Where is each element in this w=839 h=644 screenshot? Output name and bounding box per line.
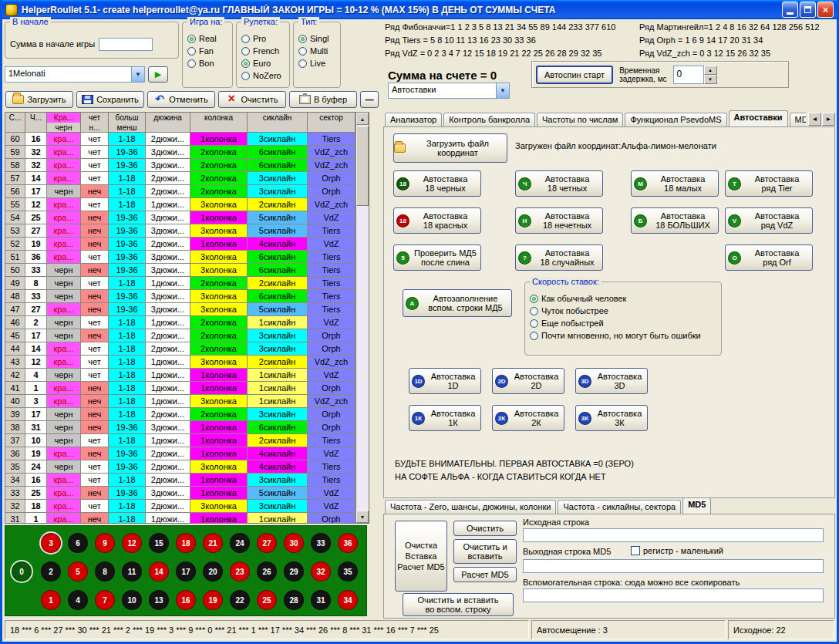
- board-number-26[interactable]: 26: [257, 561, 277, 582]
- tab-scroll-left-button[interactable]: ◄: [808, 113, 821, 126]
- board-number-11[interactable]: 11: [122, 561, 142, 582]
- autobet-1d-button[interactable]: 1DАвтоставка 1D: [409, 368, 481, 394]
- spinner-down-icon[interactable]: ▼: [704, 75, 717, 84]
- board-number-9[interactable]: 9: [95, 533, 115, 553]
- board-number-27[interactable]: 27: [257, 533, 277, 553]
- board-number-35[interactable]: 35: [338, 561, 358, 582]
- board-number-19[interactable]: 19: [203, 590, 223, 610]
- lowercase-checkbox[interactable]: регистр - маленький: [631, 546, 723, 555]
- autobet-18-black-button[interactable]: 18Автоставка 18 черных: [393, 170, 481, 197]
- board-number-17[interactable]: 17: [176, 561, 196, 582]
- minimize-button[interactable]: [782, 2, 798, 18]
- board-number-24[interactable]: 24: [230, 533, 250, 553]
- autobet-18-low-button[interactable]: МАвтоставка 18 малых: [631, 170, 719, 197]
- board-number-4[interactable]: 4: [68, 590, 88, 610]
- roulette-type-group-option-2[interactable]: Euro: [241, 57, 285, 69]
- autobet-3d-button[interactable]: 3DАвтоставка 3D: [575, 368, 648, 394]
- autobet-1k-button[interactable]: 1КАвтоставка 1К: [409, 405, 481, 431]
- board-number-33[interactable]: 33: [311, 533, 331, 553]
- board-number-15[interactable]: 15: [149, 533, 169, 553]
- scrollbar-thumb[interactable]: [356, 126, 369, 206]
- board-number-13[interactable]: 13: [149, 590, 169, 610]
- main-tab-3[interactable]: Функционал PsevdoMS: [625, 113, 726, 126]
- tab-scroll-right-button[interactable]: ►: [822, 113, 835, 126]
- autobet-row-tier-button[interactable]: ТАвтоставка ряд Tier: [725, 170, 813, 197]
- buffer-button[interactable]: В буфер: [289, 91, 357, 108]
- game-mode-group-option-1[interactable]: Fan: [187, 45, 227, 57]
- board-number-34[interactable]: 34: [338, 590, 358, 610]
- autofill-md5-button[interactable]: А Автозаполнение вспом. строки МД5: [403, 289, 512, 317]
- session-type-group-option-2[interactable]: Live: [298, 57, 335, 69]
- board-number-31[interactable]: 31: [311, 590, 331, 610]
- md5-clear-insert-helper-button[interactable]: Очистить и вставить во вспом. строку: [403, 593, 514, 616]
- game-mode-group-option-0[interactable]: Real: [187, 32, 227, 45]
- md5-calc-button[interactable]: Расчет MD5: [453, 567, 517, 582]
- board-number-23[interactable]: 23: [230, 561, 250, 582]
- board-number-22[interactable]: 22: [230, 590, 250, 610]
- board-number-5[interactable]: 5: [68, 561, 88, 582]
- check-md5-after-spin-button[interactable]: 5Проверить МД5 после спина: [393, 244, 481, 271]
- autospin-start-button[interactable]: Автоспин старт: [536, 66, 613, 84]
- autobet-row-orf-button[interactable]: ОАвтоставка ряд Orf: [725, 244, 813, 271]
- board-number-3[interactable]: 3: [41, 533, 61, 553]
- source-string-input[interactable]: [523, 528, 824, 542]
- board-number-0[interactable]: 0: [12, 561, 32, 582]
- main-tab-2[interactable]: Частоты по числам: [537, 113, 623, 126]
- autobet-18-random-button[interactable]: ?Автоставка 18 случайных: [515, 244, 603, 271]
- board-number-21[interactable]: 21: [203, 533, 223, 553]
- board-number-10[interactable]: 10: [122, 590, 142, 610]
- roulette-type-group-option-3[interactable]: NoZero: [241, 69, 285, 82]
- main-tab-5[interactable]: MD5: [790, 113, 806, 126]
- board-number-25[interactable]: 25: [257, 590, 277, 610]
- board-number-30[interactable]: 30: [284, 533, 304, 553]
- play-button[interactable]: ▶: [148, 66, 168, 83]
- autobet-18-odd-button[interactable]: НАвтоставка 18 нечетных: [515, 207, 603, 234]
- autobet-2k-button[interactable]: 2КАвтоставка 2К: [492, 405, 564, 431]
- bet-speed-group-option-1[interactable]: Чуток побыстрее: [530, 305, 716, 317]
- bet-speed-group-option-2[interactable]: Еще побыстрей: [530, 317, 716, 329]
- board-number-20[interactable]: 20: [203, 561, 223, 582]
- main-tab-4[interactable]: Автоставки: [729, 110, 788, 126]
- spinner-up-icon[interactable]: ▲: [704, 66, 717, 75]
- board-number-29[interactable]: 29: [284, 561, 304, 582]
- helper-string-input[interactable]: [523, 588, 824, 602]
- board-number-18[interactable]: 18: [176, 533, 196, 553]
- bet-speed-group-option-0[interactable]: Как обычный человек: [530, 292, 716, 305]
- session-type-group-option-1[interactable]: Multi: [298, 45, 335, 57]
- chevron-down-icon[interactable]: ▼: [131, 67, 144, 82]
- roulette-type-group-option-1[interactable]: French: [241, 45, 285, 57]
- board-number-1[interactable]: 1: [41, 590, 61, 610]
- chevron-down-icon[interactable]: ▼: [496, 83, 509, 98]
- autobet-18-high-button[interactable]: БАвтоставка 18 БОЛЬШИХ: [631, 207, 719, 234]
- mode-select[interactable]: Автоставки ▼: [388, 83, 510, 99]
- load-coordinates-button[interactable]: Загрузить файл координат: [393, 133, 507, 163]
- bottom-tab-0[interactable]: Частота - Zero, шансы, дюжины, колонки: [385, 500, 556, 514]
- roulette-type-group-option-0[interactable]: Pro: [241, 32, 285, 45]
- collapse-button[interactable]: —: [360, 91, 379, 108]
- bottom-tab-1[interactable]: Частота - сиклайны, сектора: [558, 500, 681, 514]
- scroll-down-icon[interactable]: ▼: [356, 511, 369, 523]
- md5-multi-button[interactable]: Очистка Вставка Расчет MD5: [395, 521, 447, 592]
- autobet-18-red-button[interactable]: 18Автоставка 18 красных: [393, 207, 481, 234]
- game-mode-group-option-2[interactable]: Bon: [187, 57, 227, 69]
- board-number-8[interactable]: 8: [95, 561, 115, 582]
- close-button[interactable]: ×: [817, 2, 834, 18]
- bet-speed-group-option-3[interactable]: Почти мгновенно, но могут быть ошибки: [530, 329, 716, 342]
- undo-button[interactable]: Отменить: [147, 91, 215, 108]
- md5-clear-insert-button[interactable]: Очистить и вставить: [453, 539, 517, 564]
- table-scrollbar[interactable]: ▲ ▼: [355, 113, 369, 523]
- autobet-18-even-button[interactable]: ЧАвтоставка 18 четных: [515, 170, 603, 197]
- board-number-6[interactable]: 6: [68, 533, 88, 553]
- scroll-up-icon[interactable]: ▲: [356, 113, 369, 125]
- board-number-28[interactable]: 28: [284, 590, 304, 610]
- main-tab-1[interactable]: Контроль банкролла: [443, 113, 535, 126]
- clear-button[interactable]: Очистить: [218, 91, 286, 108]
- board-number-7[interactable]: 7: [95, 590, 115, 610]
- save-button[interactable]: Сохранить: [76, 91, 144, 108]
- delay-value[interactable]: 0: [673, 66, 704, 84]
- board-number-32[interactable]: 32: [311, 561, 331, 582]
- board-number-2[interactable]: 2: [41, 561, 61, 582]
- board-number-16[interactable]: 16: [176, 590, 196, 610]
- board-number-12[interactable]: 12: [122, 533, 142, 553]
- autobet-2d-button[interactable]: 2DАвтоставка 2D: [492, 368, 564, 394]
